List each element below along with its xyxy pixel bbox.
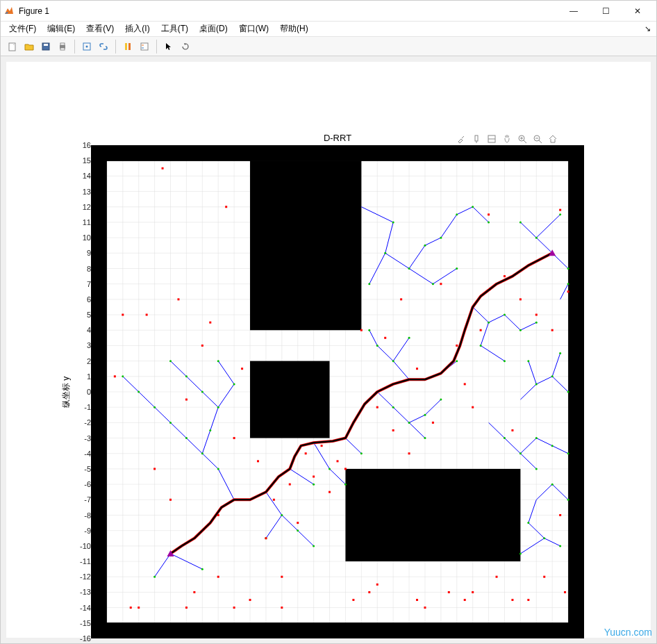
- svg-rect-92: [91, 145, 584, 161]
- y-tick: -5: [73, 465, 91, 473]
- home-button[interactable]: [547, 133, 559, 145]
- svg-line-105: [409, 269, 433, 284]
- svg-line-130: [330, 469, 346, 484]
- legend-button[interactable]: [137, 39, 152, 54]
- svg-rect-297: [527, 599, 529, 601]
- svg-rect-98: [345, 469, 520, 561]
- y-tick: -4: [73, 449, 91, 458]
- svg-rect-294: [504, 275, 506, 277]
- svg-line-150: [155, 554, 171, 577]
- svg-line-171: [457, 207, 473, 215]
- svg-rect-286: [440, 283, 442, 285]
- close-button[interactable]: ✕: [622, 1, 654, 22]
- svg-point-239: [527, 522, 529, 524]
- menu-file[interactable]: 文件(F): [5, 22, 40, 36]
- svg-rect-251: [162, 167, 164, 170]
- svg-rect-15: [475, 135, 478, 141]
- svg-line-127: [409, 422, 425, 438]
- svg-point-213: [169, 422, 172, 424]
- svg-rect-264: [265, 537, 267, 539]
- svg-line-109: [536, 215, 560, 238]
- menu-window[interactable]: 窗口(W): [235, 22, 273, 36]
- svg-line-146: [218, 361, 234, 384]
- y-tick: -15: [73, 619, 91, 627]
- svg-point-214: [209, 429, 211, 431]
- brush-button[interactable]: [455, 133, 467, 145]
- datatips-button[interactable]: [470, 133, 483, 145]
- svg-rect-11: [141, 43, 148, 50]
- svg-line-20: [524, 140, 526, 143]
- y-tick: -6: [73, 480, 91, 488]
- svg-point-207: [297, 529, 299, 531]
- y-tick: 4: [73, 326, 91, 334]
- menu-insert[interactable]: 插入(I): [121, 22, 153, 36]
- zoom-out-button[interactable]: [531, 133, 544, 145]
- svg-line-120: [377, 345, 393, 361]
- svg-rect-9: [125, 43, 127, 50]
- reset-button[interactable]: [485, 133, 498, 145]
- svg-rect-97: [250, 361, 330, 438]
- svg-point-211: [201, 452, 203, 454]
- svg-line-162: [520, 454, 536, 469]
- svg-point-8: [86, 45, 88, 47]
- svg-point-198: [408, 422, 410, 424]
- new-figure-button[interactable]: [5, 39, 20, 54]
- svg-point-203: [328, 468, 331, 470]
- link-button[interactable]: [96, 39, 111, 54]
- menu-tools[interactable]: 工具(T): [157, 22, 192, 36]
- menu-help[interactable]: 帮助(H): [276, 22, 313, 36]
- svg-line-153: [536, 377, 552, 384]
- zoom-in-button[interactable]: [516, 133, 529, 145]
- svg-line-159: [520, 438, 536, 454]
- colorbar-button[interactable]: [120, 39, 135, 54]
- svg-rect-268: [297, 522, 299, 524]
- canvas-area: D-RRT -16-15-14-13-12-11-10-9-8-7-6-5-4-…: [1, 56, 656, 643]
- svg-rect-10: [128, 43, 131, 50]
- rotate-button[interactable]: [178, 39, 193, 54]
- svg-point-222: [138, 391, 140, 393]
- maximize-button[interactable]: ☐: [590, 1, 622, 22]
- svg-line-115: [520, 322, 536, 330]
- toolbar: [1, 37, 656, 56]
- svg-line-140: [202, 430, 210, 453]
- svg-rect-313: [185, 606, 188, 609]
- pointer-button[interactable]: [161, 39, 176, 54]
- menu-view[interactable]: 查看(V): [82, 22, 118, 36]
- print-icon: [58, 42, 67, 51]
- svg-rect-300: [551, 329, 554, 331]
- svg-rect-96: [250, 160, 361, 330]
- save-button[interactable]: [38, 39, 53, 54]
- svg-line-158: [504, 438, 520, 454]
- y-tick: -8: [73, 511, 91, 520]
- open-button[interactable]: [22, 39, 37, 54]
- y-tick: 3: [73, 341, 91, 349]
- menu-edit[interactable]: 编辑(E): [43, 22, 79, 36]
- svg-point-229: [527, 360, 529, 362]
- svg-rect-94: [91, 145, 107, 638]
- svg-line-24: [539, 140, 542, 143]
- svg-rect-254: [185, 399, 188, 401]
- titlebar: Figure 1 — ☐ ✕: [1, 1, 656, 22]
- svg-line-107: [536, 238, 552, 253]
- svg-rect-288: [456, 345, 458, 347]
- pan-button[interactable]: [501, 133, 513, 145]
- print-button[interactable]: [55, 39, 70, 54]
- svg-rect-255: [193, 591, 195, 593]
- menu-overflow[interactable]: ↘: [642, 24, 652, 33]
- legend-icon: [140, 42, 149, 51]
- y-tick: -14: [73, 604, 91, 612]
- svg-line-137: [202, 454, 218, 469]
- svg-line-106: [433, 269, 456, 284]
- svg-rect-274: [344, 468, 347, 470]
- edit-plot-button[interactable]: [79, 39, 94, 54]
- y-tick: 14: [73, 172, 91, 180]
- svg-line-119: [393, 361, 409, 380]
- svg-point-176: [424, 245, 426, 247]
- menu-desktop[interactable]: 桌面(D): [195, 22, 232, 36]
- svg-point-206: [281, 514, 283, 516]
- minimize-button[interactable]: —: [558, 1, 590, 22]
- y-tick: -16: [73, 634, 91, 643]
- svg-rect-263: [257, 460, 259, 462]
- y-tick: -3: [73, 434, 91, 443]
- axes[interactable]: [91, 145, 584, 638]
